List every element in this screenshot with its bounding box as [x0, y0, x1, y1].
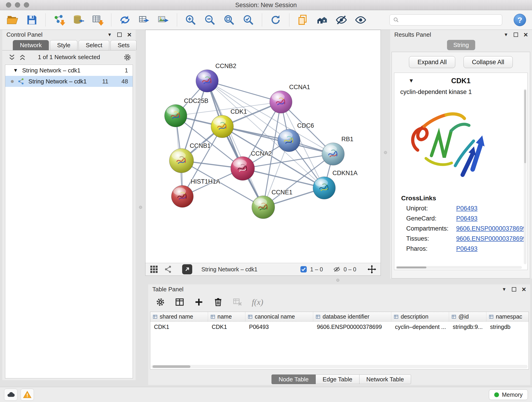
- network-node-cdc25b[interactable]: [165, 104, 187, 127]
- results-vertical-scrollbar[interactable]: [524, 89, 526, 264]
- delete-table-button[interactable]: [233, 297, 242, 307]
- network-node-cdk1[interactable]: [211, 115, 234, 138]
- network-node-cdc6[interactable]: [278, 129, 300, 152]
- splitter-handle[interactable]: [139, 206, 142, 209]
- cloud-status-button[interactable]: [4, 389, 17, 401]
- crosslink-link[interactable]: P06493: [456, 205, 477, 212]
- maximize-panel-icon[interactable]: [514, 32, 518, 37]
- zoom-fit-button[interactable]: [222, 13, 236, 27]
- table-cell[interactable]: stringdb: [486, 324, 529, 330]
- network-node-ccnb1[interactable]: [169, 148, 194, 173]
- table-cell[interactable]: P06493: [245, 324, 313, 330]
- table-row[interactable]: CDK1CDK1P064939606.ENSP00000378699cyclin…: [150, 322, 529, 332]
- network-options-button[interactable]: [123, 53, 132, 61]
- grid-mode-icon[interactable]: [150, 265, 158, 274]
- column-header-namespac[interactable]: namespac: [486, 312, 529, 321]
- export-image-button[interactable]: [157, 13, 170, 27]
- zoom-out-button[interactable]: [203, 13, 216, 27]
- maximize-panel-icon[interactable]: [117, 32, 122, 37]
- crosslink-link[interactable]: P06493: [456, 245, 477, 252]
- crosslink-link[interactable]: 9606.ENSP00000378699: [456, 235, 526, 242]
- table-cell[interactable]: CDK1: [208, 324, 245, 330]
- network-row-selected[interactable]: String Network – cdk1 11 48: [5, 76, 133, 87]
- apply-layout-button[interactable]: [269, 13, 282, 27]
- help-button[interactable]: ?: [514, 14, 526, 26]
- show-columns-button[interactable]: [175, 297, 184, 307]
- tab-string[interactable]: String: [447, 40, 475, 50]
- new-network-from-selection-button[interactable]: [118, 13, 132, 27]
- tree-expand-icon[interactable]: ▼: [13, 67, 18, 73]
- results-horizontal-scrollbar[interactable]: [396, 266, 522, 269]
- open-session-button[interactable]: [6, 13, 19, 27]
- network-edge[interactable]: [207, 81, 281, 102]
- tab-sets[interactable]: Sets: [110, 40, 137, 50]
- tab-edge-table[interactable]: Edge Table: [316, 375, 360, 384]
- function-builder-button[interactable]: f(x): [252, 297, 263, 307]
- tab-node-table[interactable]: Node Table: [272, 375, 316, 384]
- delete-column-button[interactable]: [213, 297, 223, 307]
- show-all-button[interactable]: [354, 13, 367, 27]
- column-header-canonical-name[interactable]: canonical name: [245, 312, 313, 321]
- protein-card-header[interactable]: ▼ CDK1: [399, 75, 523, 87]
- network-node-ccna2[interactable]: [231, 157, 254, 180]
- column-header-description[interactable]: description: [391, 312, 449, 321]
- table-cell[interactable]: CDK1: [150, 324, 208, 330]
- network-canvas[interactable]: CCNB2CCNA1CDC25BCDK1CDC6RB1CCNB1CCNA2CDK…: [146, 30, 380, 263]
- network-node-ccna1[interactable]: [270, 91, 292, 113]
- column-header-@id[interactable]: @id: [449, 312, 486, 321]
- table-cell[interactable]: stringdb:9...: [449, 324, 486, 330]
- open-in-new-window-button[interactable]: [182, 264, 192, 274]
- import-table-file-button[interactable]: [91, 13, 104, 27]
- network-node-rb1[interactable]: [322, 143, 344, 165]
- search-input[interactable]: [402, 17, 499, 23]
- tab-style[interactable]: Style: [50, 40, 77, 50]
- expand-all-button[interactable]: Expand All: [409, 56, 455, 68]
- warnings-button[interactable]: [21, 389, 34, 401]
- table-cell[interactable]: 9606.ENSP00000378699: [313, 324, 391, 330]
- column-header-shared-name[interactable]: shared name: [150, 312, 208, 321]
- add-column-button[interactable]: [194, 297, 204, 307]
- tab-network-table[interactable]: Network Table: [360, 375, 411, 384]
- table-options-button[interactable]: [156, 297, 165, 307]
- table-cell[interactable]: cyclin–dependent ...: [391, 324, 449, 330]
- network-collection-row[interactable]: ▼ String Network – cdk1 1: [5, 65, 133, 76]
- float-panel-icon[interactable]: ▼: [504, 32, 508, 37]
- hidden-eye-slash-icon[interactable]: [333, 266, 340, 273]
- duplicate-document-button[interactable]: [296, 13, 310, 27]
- close-panel-icon[interactable]: ×: [522, 286, 526, 293]
- import-network-file-button[interactable]: [52, 13, 66, 27]
- network-search-box[interactable]: [389, 14, 502, 26]
- splitter-handle[interactable]: [336, 279, 339, 282]
- network-node-cdkn1a[interactable]: [313, 177, 336, 199]
- birds-eye-view-button[interactable]: [316, 13, 329, 27]
- float-panel-icon[interactable]: ▼: [108, 32, 112, 37]
- splitter-handle[interactable]: [384, 151, 387, 154]
- selected-checkbox-icon[interactable]: [300, 266, 307, 273]
- import-network-database-button[interactable]: [72, 13, 85, 27]
- crosslink-link[interactable]: P06493: [456, 215, 477, 222]
- column-header-database-identifier[interactable]: database identifier: [313, 312, 391, 321]
- memory-button[interactable]: Memory: [489, 389, 528, 400]
- maximize-panel-icon[interactable]: [512, 287, 516, 292]
- collapse-all-button[interactable]: Collapse All: [463, 56, 513, 68]
- tab-network[interactable]: Network: [13, 40, 49, 50]
- close-panel-icon[interactable]: ×: [127, 31, 132, 38]
- scrollbar-thumb[interactable]: [152, 365, 190, 368]
- network-edge[interactable]: [207, 81, 263, 207]
- share-network-icon[interactable]: [164, 265, 172, 274]
- network-node-ccne1[interactable]: [252, 196, 275, 219]
- crosslink-link[interactable]: 9606.ENSP00000378699: [456, 225, 526, 232]
- pan-crosshair-icon[interactable]: [367, 265, 376, 274]
- float-panel-icon[interactable]: ▼: [502, 287, 507, 292]
- close-panel-icon[interactable]: ×: [524, 31, 528, 38]
- network-node-hist1h1a[interactable]: [171, 185, 193, 207]
- export-table-button[interactable]: [138, 13, 151, 27]
- column-header-name[interactable]: name: [208, 312, 245, 321]
- zoom-selected-button[interactable]: [242, 13, 255, 27]
- table-horizontal-scrollbar[interactable]: [151, 365, 528, 368]
- save-session-button[interactable]: [25, 13, 38, 27]
- hide-selected-button[interactable]: [335, 13, 348, 27]
- network-node-ccnb2[interactable]: [196, 70, 218, 92]
- tab-select[interactable]: Select: [79, 40, 109, 50]
- zoom-in-button[interactable]: [184, 13, 197, 27]
